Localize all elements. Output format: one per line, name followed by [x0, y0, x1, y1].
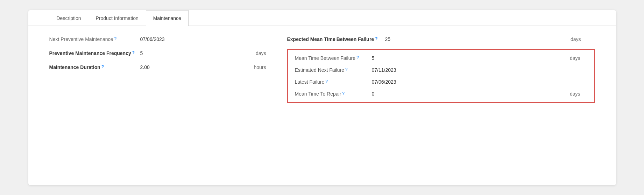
field-value-expected-mean-time: 25	[385, 36, 427, 42]
field-value-estimated-next-failure: 07/11/2023	[372, 67, 428, 73]
field-label-estimated-next-failure: Estimated Next Failure ?	[295, 67, 372, 73]
label-text-preventive-maintenance-frequency: Preventive Maintenance Frequency	[49, 50, 131, 56]
tab-maintenance[interactable]: Maintenance	[146, 10, 189, 26]
label-text-maintenance-duration: Maintenance Duration	[49, 64, 100, 70]
field-label-expected-mean-time: Expected Mean Time Between Failure ?	[287, 36, 385, 42]
field-value-next-preventive-maintenance: 07/06/2023	[140, 36, 196, 42]
field-label-maintenance-duration: Maintenance Duration ?	[49, 64, 140, 70]
field-unit-preventive-maintenance-frequency: days	[256, 50, 287, 56]
field-mean-time-between-failure: Mean Time Between Failure ? 5 days	[295, 55, 587, 61]
field-unit-mean-time-to-repair: days	[570, 91, 587, 97]
field-value-preventive-maintenance-frequency: 5	[140, 50, 196, 56]
field-mean-time-to-repair: Mean Time To Repair ? 0 days	[295, 91, 587, 97]
field-value-maintenance-duration: 2.00	[140, 64, 196, 70]
label-line2-mean-time-between-failure: Failure	[340, 55, 355, 61]
field-label-preventive-maintenance-frequency: Preventive Maintenance Frequency ?	[49, 50, 140, 56]
help-icon-latest-failure[interactable]: ?	[325, 79, 328, 85]
label-text-latest-failure: Latest Failure	[295, 79, 325, 85]
highlighted-failure-box: Mean Time Between Failure ? 5 days Estim…	[287, 49, 595, 103]
field-label-latest-failure: Latest Failure ?	[295, 79, 372, 85]
tab-bar: Description Product Information Maintena…	[28, 10, 616, 26]
label-text-estimated-next-failure: Estimated Next Failure	[295, 67, 345, 73]
help-icon-estimated-next-failure[interactable]: ?	[345, 67, 348, 73]
help-icon-mean-time-between-failure[interactable]: ?	[356, 55, 359, 61]
field-unit-expected-mean-time: days	[571, 36, 595, 42]
help-icon-expected-mean-time[interactable]: ?	[375, 36, 377, 41]
label-line2-expected-mean-time: Between Failure	[337, 36, 374, 42]
help-icon-maintenance-duration[interactable]: ?	[101, 64, 104, 69]
label-line1-mean-time-between-failure: Mean Time Between	[295, 55, 340, 61]
field-label-mean-time-to-repair: Mean Time To Repair ?	[295, 91, 372, 97]
field-estimated-next-failure: Estimated Next Failure ? 07/11/2023	[295, 67, 587, 73]
tab-product-information[interactable]: Product Information	[89, 10, 146, 26]
main-card: Description Product Information Maintena…	[28, 10, 616, 185]
field-value-latest-failure: 07/06/2023	[372, 79, 428, 85]
help-icon-preventive-maintenance-frequency[interactable]: ?	[132, 50, 135, 55]
field-expected-mean-time: Expected Mean Time Between Failure ? 25 …	[287, 36, 595, 42]
field-value-mean-time-to-repair: 0	[372, 91, 428, 97]
label-line1-expected-mean-time: Expected Mean Time	[287, 36, 335, 42]
help-icon-mean-time-to-repair[interactable]: ?	[342, 91, 345, 97]
right-section: Expected Mean Time Between Failure ? 25 …	[287, 36, 595, 103]
label-text-next-preventive-maintenance: Next Preventive Maintenance	[49, 36, 113, 42]
left-section: Next Preventive Maintenance ? 07/06/2023…	[49, 36, 287, 103]
field-value-mean-time-between-failure: 5	[372, 55, 428, 61]
field-maintenance-duration: Maintenance Duration ? 2.00 hours	[49, 64, 287, 70]
field-label-next-preventive-maintenance: Next Preventive Maintenance ?	[49, 36, 140, 42]
fields-container: Next Preventive Maintenance ? 07/06/2023…	[49, 36, 595, 103]
tab-description[interactable]: Description	[49, 10, 89, 26]
help-icon-next-preventive-maintenance[interactable]: ?	[114, 36, 116, 41]
field-unit-maintenance-duration: hours	[254, 64, 287, 70]
field-next-preventive-maintenance: Next Preventive Maintenance ? 07/06/2023	[49, 36, 287, 42]
label-text-mean-time-to-repair: Mean Time To Repair	[295, 91, 341, 97]
field-unit-mean-time-between-failure: days	[570, 55, 587, 61]
field-latest-failure: Latest Failure ? 07/06/2023	[295, 79, 587, 85]
tab-content: Next Preventive Maintenance ? 07/06/2023…	[28, 26, 616, 117]
field-preventive-maintenance-frequency: Preventive Maintenance Frequency ? 5 day…	[49, 50, 287, 56]
field-label-mean-time-between-failure: Mean Time Between Failure ?	[295, 55, 372, 61]
